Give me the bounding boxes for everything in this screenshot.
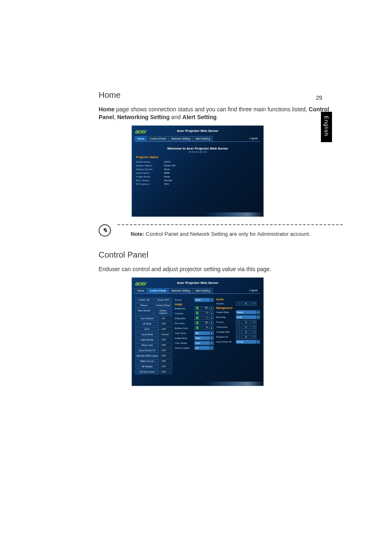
vshift-up[interactable]: + xyxy=(252,330,256,334)
slider-up[interactable]: ▸ xyxy=(210,316,214,320)
status-row: FW Version :XXX xyxy=(136,182,259,186)
tab-home[interactable]: Home xyxy=(134,288,147,293)
toggle-state: OFF xyxy=(160,359,172,364)
ip-text: IP:XX.XX.XX.XX xyxy=(136,151,259,153)
slider[interactable]: 6 xyxy=(194,326,209,330)
toggle-button[interactable]: AV Mute xyxy=(135,322,159,326)
slider[interactable]: 1 xyxy=(194,316,209,320)
slider[interactable]: 15 xyxy=(194,321,209,325)
vkey-up[interactable]: + xyxy=(252,325,256,329)
status-key: Image Mode : xyxy=(136,175,164,179)
status-key: Error Status : xyxy=(136,179,164,182)
volume-value: 8 xyxy=(241,302,251,306)
select-box[interactable]: Off xyxy=(194,346,214,350)
status-value: XXX xyxy=(164,182,169,186)
toggle-state: ON xyxy=(160,316,172,321)
slider-up[interactable]: ▸ xyxy=(210,326,214,330)
volume-down[interactable]: - xyxy=(236,302,240,306)
slider-value: 0 xyxy=(206,311,208,314)
slider-up[interactable]: ▸ xyxy=(210,311,214,315)
tab-home[interactable]: Home xyxy=(134,136,147,141)
status-value: Power ON xyxy=(164,164,175,168)
aspect-select[interactable]: Native xyxy=(236,310,260,314)
aspect-label: Aspect Ratio xyxy=(216,311,235,313)
toggle-state: OFF xyxy=(160,364,172,369)
action-button[interactable]: Factory Reset xyxy=(154,303,172,308)
slider-label: Brightness xyxy=(175,307,194,310)
slider[interactable]: 50 xyxy=(194,306,209,310)
tab-network-setting[interactable]: Network Setting xyxy=(168,288,193,293)
toggle-button[interactable]: ECO xyxy=(135,327,159,332)
toggle-button[interactable]: 3D Display xyxy=(135,364,159,369)
autopwr-label: Auto Power Off xyxy=(216,341,235,343)
left-column: Power ONPower OFFResyncFactory ResetNext… xyxy=(135,298,172,375)
status-key: System Status : xyxy=(136,164,164,168)
toggle-button[interactable]: Menu Lock xyxy=(135,343,159,348)
ws-title: Acer Projector Web Server xyxy=(135,129,260,133)
select-box[interactable]: Mid xyxy=(194,331,214,335)
action-button[interactable]: Resync xyxy=(135,303,153,308)
projid-value: 0 xyxy=(241,335,251,339)
select-label: Closed Caption xyxy=(175,347,194,349)
action-button[interactable]: Next Source xyxy=(135,309,153,315)
slider-up[interactable]: ▸ xyxy=(210,321,214,325)
tab-control-panel[interactable]: Control Panel xyxy=(147,136,168,141)
toggle-button[interactable]: Wake On Lan xyxy=(135,359,159,364)
tab-alert-setting[interactable]: Alert Setting xyxy=(193,288,213,293)
sep1: , xyxy=(114,114,117,120)
status-value: 0000 xyxy=(164,171,169,175)
toggle-button[interactable]: High Altitude xyxy=(135,338,159,342)
toggle-button[interactable]: Direct Power On xyxy=(135,348,159,353)
control-panel-heading: Control Panel xyxy=(99,250,343,260)
acer-logo: acer xyxy=(135,128,146,135)
vshift-value: 0 xyxy=(241,330,251,334)
toggle-button[interactable]: Standby RGB Output xyxy=(135,354,159,358)
select-box[interactable]: None xyxy=(194,336,214,340)
tab-network-setting[interactable]: Network Setting xyxy=(168,136,193,141)
slider-label: Fine Sync xyxy=(175,322,194,325)
vshift-down[interactable]: - xyxy=(236,330,240,334)
projector-status-heading: Projector Status xyxy=(136,156,259,159)
select-box[interactable]: Auto xyxy=(194,341,214,345)
toggle-state: OFF xyxy=(160,343,172,348)
welcome-text: Welcome to Acer Projector Web Server xyxy=(136,145,259,151)
source-select[interactable]: None xyxy=(194,298,214,302)
select-label: Image Mode xyxy=(175,337,194,339)
dashed-line xyxy=(118,224,343,225)
dzoom-down[interactable]: - xyxy=(236,320,240,324)
slider-value: 15 xyxy=(205,321,208,324)
note-prefix: Note: xyxy=(131,231,144,237)
volume-up[interactable]: + xyxy=(252,302,256,306)
autopwr-select[interactable]: 20 min xyxy=(236,340,260,344)
action-button[interactable]: Screen Capture xyxy=(154,309,172,315)
action-button[interactable]: Power ON xyxy=(135,298,153,302)
status-row: Lamp Hours :0000 xyxy=(136,171,259,175)
projid-down[interactable]: - xyxy=(236,335,240,339)
projid-up[interactable]: + xyxy=(252,335,256,339)
logout-link[interactable]: Logout xyxy=(247,288,260,293)
slider-value: 6 xyxy=(206,326,208,329)
mounting-select[interactable]: Front xyxy=(236,315,260,319)
home-paragraph: Home page shows connection status and yo… xyxy=(99,106,343,121)
right-column: Audio Volume - 8 + Management Aspect Rat… xyxy=(216,298,260,375)
logout-link[interactable]: Logout xyxy=(247,136,260,141)
volume-label: Volume xyxy=(216,302,235,305)
slider-label: Contrast xyxy=(175,312,194,315)
toggle-state: OFF xyxy=(160,327,172,332)
tab-alert-setting[interactable]: Alert Setting xyxy=(193,136,213,141)
select-label: Color Space xyxy=(175,342,194,344)
toggle-button[interactable]: Input Search xyxy=(135,316,159,321)
tab-control-panel[interactable]: Control Panel xyxy=(147,288,168,293)
slider[interactable]: 0 xyxy=(194,311,209,315)
toggle-state: OFF xyxy=(160,348,172,353)
screenshot-home: acer Acer Projector Web Server Home Cont… xyxy=(131,125,264,217)
home-para-mid: page shows connection status and you can… xyxy=(115,106,309,113)
toggle-button[interactable]: 3D Sync Invert xyxy=(135,370,159,374)
action-button[interactable]: Power OFF xyxy=(154,298,172,302)
vkey-down[interactable]: - xyxy=(236,325,240,329)
slider-up[interactable]: ▸ xyxy=(210,306,214,311)
toggle-button[interactable]: Lamp Mode xyxy=(135,332,159,337)
acer-logo: acer xyxy=(135,280,146,287)
dzoom-up[interactable]: + xyxy=(252,320,256,324)
toggle-state: Normal xyxy=(160,332,172,337)
